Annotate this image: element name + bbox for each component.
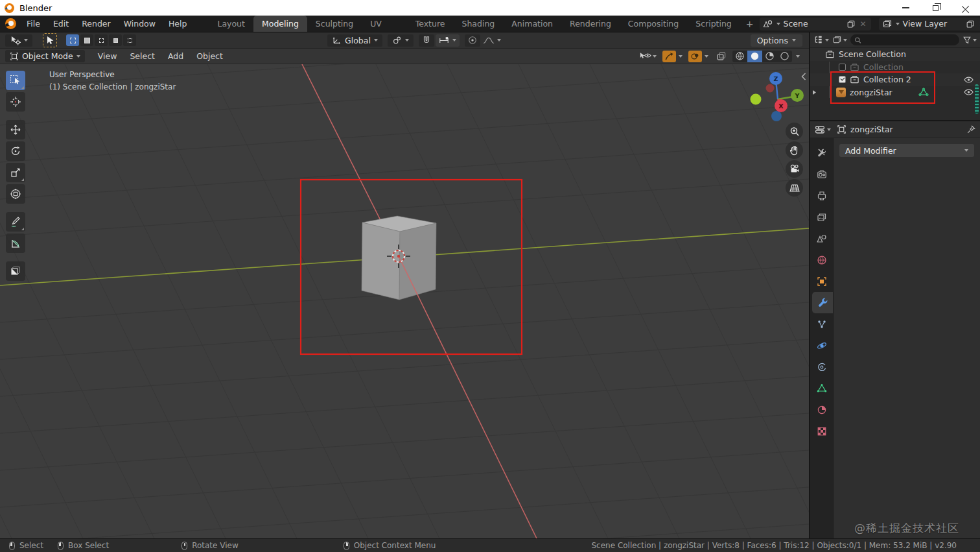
tool-measure[interactable] [6,234,25,253]
pin-id-button[interactable] [966,125,975,134]
snap-settings-dropdown[interactable] [436,34,460,47]
tool-rotate[interactable] [6,141,25,161]
gizmos-toggle[interactable] [662,51,676,62]
outliner-filter[interactable] [962,36,977,45]
mode-dropdown[interactable]: Object Mode [5,50,85,62]
outliner-search[interactable] [850,34,959,45]
shading-rendered[interactable] [777,51,792,62]
tab-material[interactable] [810,399,833,420]
proportional-falloff-dropdown[interactable] [483,36,501,45]
tab-tool[interactable] [810,142,833,163]
select-mode-invert[interactable] [109,34,122,46]
select-mode-subtract[interactable] [95,34,108,46]
tab-sculpting[interactable]: Sculpting [307,16,362,32]
select-mode-extend[interactable] [80,34,93,46]
restore-button[interactable] [920,0,950,16]
remove-view-layer-icon[interactable]: ✕ [978,19,980,29]
tab-layout[interactable]: Layout [209,16,253,32]
tool-select-box[interactable] [6,71,25,90]
select-mode-set[interactable] [66,34,79,46]
tab-rendering[interactable]: Rendering [561,16,620,32]
tool-indicator[interactable] [43,33,57,47]
add-modifier-dropdown[interactable]: Add Modifier [839,144,974,157]
pivot-point-dropdown[interactable] [388,34,414,47]
xray-toggle[interactable] [714,51,729,62]
tool-scale[interactable] [6,163,25,182]
tab-world[interactable] [810,249,833,270]
outliner-row-zongzistar[interactable]: zongziStar [810,86,980,99]
close-button[interactable] [950,0,980,16]
tab-scripting[interactable]: Scripting [687,16,740,32]
zoom-button[interactable] [786,123,803,140]
tab-compositing[interactable]: Compositing [620,16,687,32]
tab-uv-editing[interactable]: UV Editing [362,16,407,32]
menu-view[interactable]: View [91,49,124,64]
orientation-dropdown[interactable]: Global [327,34,382,47]
sidebar-collapse-arrow[interactable] [801,73,806,80]
minimize-button[interactable] [891,0,920,16]
tool-add-cube[interactable] [6,261,25,281]
shading-solid[interactable] [747,51,762,62]
tab-shading[interactable]: Shading [454,16,504,32]
overlays-dropdown[interactable] [703,51,710,62]
shading-dropdown-chevron-icon[interactable] [796,55,800,58]
row-label[interactable]: Scene Collection [839,49,906,59]
outliner-row-collection[interactable]: Collection [810,61,980,74]
active-tool-dropdown[interactable] [5,34,32,47]
tab-particles[interactable] [810,313,833,335]
unlink-scene-icon[interactable]: ✕ [859,19,868,29]
gizmos-dropdown[interactable] [677,51,684,62]
tab-constraints[interactable] [810,356,833,378]
visibility-dropdown[interactable] [637,51,659,62]
row-label[interactable]: Collection [863,62,904,72]
view-layer-name[interactable]: View Layer [903,19,962,29]
expand-arrow-icon[interactable] [812,90,817,95]
visibility-eye-collection2[interactable] [964,76,974,84]
menu-help[interactable]: Help [162,16,194,32]
proportional-editing-toggle[interactable] [465,34,480,47]
row-label[interactable]: zongziStar [850,88,892,97]
tab-modeling[interactable]: Modeling [253,16,307,32]
tab-animation[interactable]: Animation [503,16,561,32]
new-view-layer-icon[interactable] [966,19,975,29]
collection-checkbox[interactable] [839,64,846,71]
tab-object-data[interactable] [810,378,833,399]
menu-render[interactable]: Render [75,16,117,32]
select-mode-intersect[interactable] [123,34,136,46]
camera-view-button[interactable] [786,160,803,178]
tool-transform[interactable] [6,184,25,204]
snap-toggle[interactable] [419,34,434,47]
mesh-data-icon[interactable] [918,88,929,97]
menu-object[interactable]: Object [190,49,229,64]
shading-wireframe[interactable] [732,51,747,62]
options-dropdown[interactable]: Options [751,34,802,47]
menu-edit[interactable]: Edit [47,16,75,32]
tab-texture[interactable] [810,420,833,442]
tab-physics[interactable] [810,335,833,356]
tab-render[interactable] [810,163,833,185]
tab-object[interactable] [810,270,833,292]
gizmo-axis-neg-z[interactable] [771,111,782,121]
toggle-ortho-button[interactable] [786,179,803,197]
menu-file[interactable]: File [20,16,47,32]
view-layer-selector[interactable]: View Layer ✕ [879,18,980,30]
tab-texture-paint[interactable]: Texture Paint [407,16,454,32]
breadcrumb-object-name[interactable]: zongziStar [850,125,893,134]
gizmo-axis-neg-y[interactable] [751,94,762,105]
tool-cursor[interactable] [6,92,25,112]
scene-name[interactable]: Scene [784,19,843,29]
menu-select[interactable]: Select [123,49,161,64]
shading-material-preview[interactable] [762,51,777,62]
row-label[interactable]: Collection 2 [863,75,911,84]
outliner-scrollbar[interactable] [975,84,979,114]
tab-view-layer[interactable] [810,206,833,228]
tool-annotate[interactable] [6,212,25,232]
outliner-row-scene-collection[interactable]: Scene Collection [810,48,980,61]
menu-add[interactable]: Add [161,49,190,64]
menu-window[interactable]: Window [117,16,162,32]
outliner-row-collection2[interactable]: Collection 2 [810,73,980,86]
viewport-canvas[interactable]: User Perspective (1) Scene Collection | … [0,64,809,538]
tab-output[interactable] [810,185,833,206]
navigation-gizmo[interactable]: Z Y X [747,67,808,126]
tab-modifier[interactable] [812,292,833,313]
